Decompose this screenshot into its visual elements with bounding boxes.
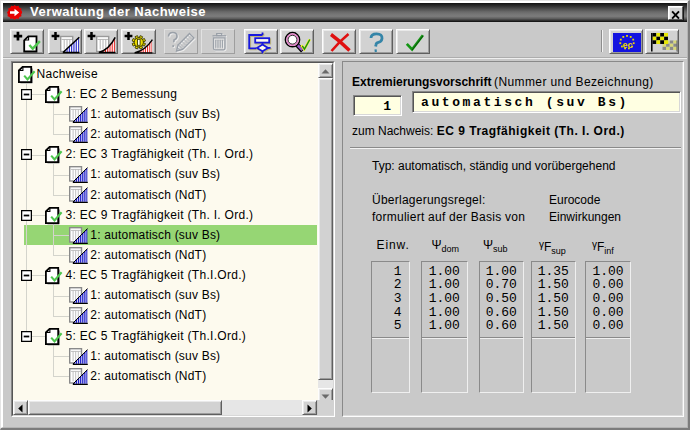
svg-text:ec: ec	[623, 40, 633, 50]
